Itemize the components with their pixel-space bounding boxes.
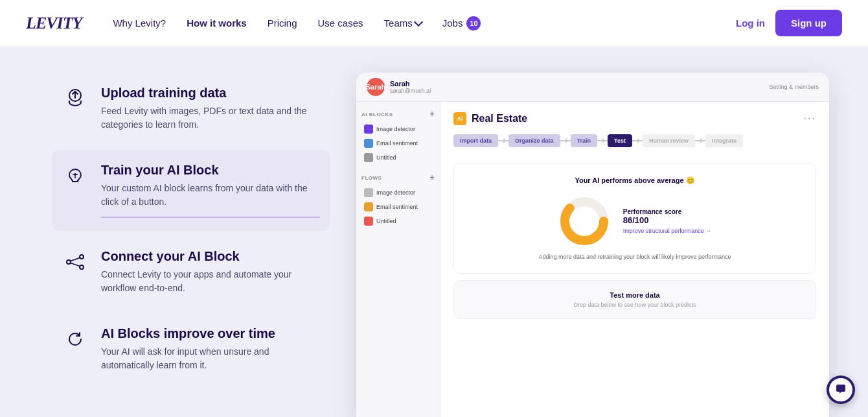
pipeline-arrow bbox=[695, 140, 705, 141]
feature-divider bbox=[101, 217, 320, 218]
sidebar-item-untitled-2[interactable]: Untitled bbox=[361, 215, 435, 228]
user-email: sarah@much.ai bbox=[390, 88, 764, 94]
feature-train-desc: Your custom AI block learns from your da… bbox=[101, 182, 320, 209]
sidebar-item-untitled-1[interactable]: Untitled bbox=[361, 151, 435, 164]
chevron-down-icon bbox=[414, 18, 423, 27]
feature-connect-desc: Connect Levity to your apps and automate… bbox=[101, 268, 320, 295]
sidebar-item-label: Untitled bbox=[376, 154, 396, 161]
svg-point-4 bbox=[74, 174, 76, 176]
test-more-title: Test more data bbox=[464, 291, 805, 299]
nav-actions: Log in Sign up bbox=[736, 10, 842, 36]
svg-line-8 bbox=[71, 258, 80, 261]
sidebar-item-email-sentiment-2[interactable]: Email sentiment bbox=[361, 200, 435, 213]
sidebar-item-label: Email sentiment bbox=[376, 140, 418, 147]
feature-connect-title: Connect your AI Block bbox=[101, 249, 320, 264]
performance-note: Adding more data and retraining your blo… bbox=[467, 254, 803, 260]
pipeline-step-import[interactable]: Import data bbox=[453, 134, 498, 147]
sidebar-item-image-detector-2[interactable]: Image detector bbox=[361, 186, 435, 199]
signup-button[interactable]: Sign up bbox=[775, 10, 842, 36]
pipeline-step-integrate[interactable]: Integrate bbox=[705, 134, 743, 147]
sidebar-item-label: Untitled bbox=[376, 218, 396, 224]
pipeline-step-test[interactable]: Test bbox=[608, 134, 632, 147]
item-dot bbox=[364, 188, 373, 197]
chat-icon bbox=[834, 383, 847, 396]
sidebar-item-email-sentiment-1[interactable]: Email sentiment bbox=[361, 137, 435, 150]
feature-improve[interactable]: AI Blocks improve over time Your AI will… bbox=[52, 313, 330, 385]
test-more-card: Test more data Drop data below to see ho… bbox=[453, 280, 816, 319]
pipeline-arrow bbox=[498, 140, 508, 141]
test-more-subtitle: Drop data below to see how your block pr… bbox=[464, 302, 805, 308]
nav-teams[interactable]: Teams bbox=[384, 18, 422, 29]
pipeline-step-train[interactable]: Train bbox=[571, 134, 598, 147]
flows-label: FLOWS + bbox=[361, 173, 435, 182]
add-block-icon[interactable]: + bbox=[429, 110, 435, 119]
brain-icon bbox=[62, 163, 88, 189]
item-dot bbox=[364, 125, 373, 134]
jobs-badge: 10 bbox=[466, 16, 481, 30]
svg-line-9 bbox=[71, 263, 80, 267]
logo[interactable]: LEVITY bbox=[26, 14, 82, 33]
performance-score-label: Performance score bbox=[623, 208, 712, 215]
improve-link[interactable]: Improve structural performance → bbox=[623, 228, 712, 234]
performance-title: Your AI performs above average 😊 bbox=[467, 176, 803, 185]
svg-point-7 bbox=[80, 265, 84, 269]
pipeline-arrow bbox=[560, 140, 571, 141]
item-dot bbox=[364, 139, 373, 148]
workspace-title: Ai Real Estate bbox=[453, 112, 527, 125]
app-header: Sarah Sarah sarah@much.ai Setting & memb… bbox=[356, 73, 829, 102]
feature-train-title: Train your AI Block bbox=[101, 163, 320, 178]
avatar: Sarah bbox=[367, 78, 385, 96]
pipeline-step-human-review[interactable]: Human review bbox=[643, 134, 695, 147]
login-button[interactable]: Log in bbox=[736, 18, 765, 29]
more-options-icon[interactable]: ··· bbox=[804, 113, 816, 125]
sidebar-item-label: Image detector bbox=[376, 126, 415, 132]
sidebar-item-label: Email sentiment bbox=[376, 204, 418, 210]
nav-how-it-works[interactable]: How it works bbox=[187, 18, 247, 29]
settings-link[interactable]: Setting & members bbox=[769, 84, 819, 90]
add-flow-icon[interactable]: + bbox=[429, 173, 435, 182]
sidebar-item-label: Image detector bbox=[376, 189, 415, 196]
nav-links: Why Levity? How it works Pricing Use cas… bbox=[113, 16, 736, 30]
svg-point-6 bbox=[80, 255, 84, 259]
ai-blocks-label: AI BLOCKS + bbox=[361, 110, 435, 119]
feature-improve-title: AI Blocks improve over time bbox=[101, 326, 320, 341]
app-sidebar: AI BLOCKS + Image detector Email sentime… bbox=[356, 102, 440, 417]
pipeline-arrow bbox=[597, 140, 608, 141]
performance-score-value: 86/100 bbox=[623, 215, 712, 225]
upload-icon bbox=[62, 86, 88, 112]
item-dot bbox=[364, 153, 373, 162]
nav-jobs[interactable]: Jobs 10 bbox=[442, 16, 481, 30]
main-content: Upload training data Feed Levity with im… bbox=[0, 47, 868, 417]
nav-pricing[interactable]: Pricing bbox=[268, 18, 297, 29]
app-title-row: Ai Real Estate ··· bbox=[453, 112, 816, 125]
app-layout: AI BLOCKS + Image detector Email sentime… bbox=[356, 102, 829, 417]
svg-point-5 bbox=[67, 260, 71, 264]
feature-connect[interactable]: Connect your AI Block Connect Levity to … bbox=[52, 236, 330, 308]
user-name: Sarah bbox=[390, 80, 764, 88]
app-screenshot: Sarah Sarah sarah@much.ai Setting & memb… bbox=[356, 73, 829, 417]
pipeline-arrow bbox=[632, 140, 643, 141]
navbar: LEVITY Why Levity? How it works Pricing … bbox=[0, 0, 868, 47]
refresh-icon bbox=[62, 326, 88, 352]
workspace-icon: Ai bbox=[453, 112, 466, 125]
nav-why-levity[interactable]: Why Levity? bbox=[113, 18, 166, 29]
connect-icon bbox=[62, 249, 88, 275]
item-dot bbox=[364, 202, 373, 211]
item-dot bbox=[364, 217, 373, 226]
feature-upload-title: Upload training data bbox=[101, 86, 320, 101]
performance-card: Your AI performs above average 😊 Perform… bbox=[453, 163, 816, 274]
feature-train[interactable]: Train your AI Block Your custom AI block… bbox=[52, 150, 330, 231]
feature-upload[interactable]: Upload training data Feed Levity with im… bbox=[52, 73, 330, 145]
performance-donut-chart bbox=[558, 195, 610, 247]
pipeline: Import data Organize data Train Test Hum… bbox=[453, 134, 816, 147]
nav-use-cases[interactable]: Use cases bbox=[318, 18, 363, 29]
sidebar-item-image-detector-1[interactable]: Image detector bbox=[361, 123, 435, 136]
feature-improve-desc: Your AI will ask for input when unsure a… bbox=[101, 345, 320, 372]
app-main: Ai Real Estate ··· Import data Organize … bbox=[440, 102, 829, 417]
feature-upload-desc: Feed Levity with images, PDFs or text da… bbox=[101, 104, 320, 132]
pipeline-step-organize[interactable]: Organize data bbox=[508, 134, 560, 147]
chat-bubble-button[interactable] bbox=[827, 375, 855, 404]
features-panel: Upload training data Feed Levity with im… bbox=[52, 73, 330, 390]
